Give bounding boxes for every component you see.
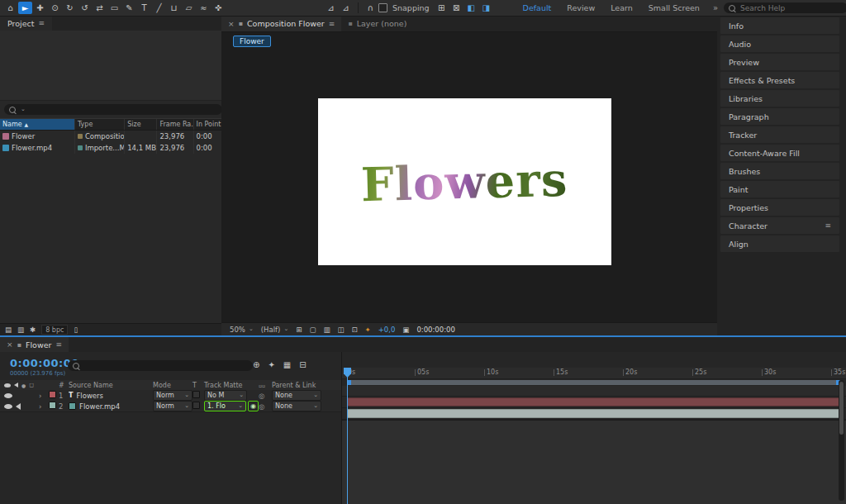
tab-layer-none[interactable]: ▪ Layer (none): [341, 16, 413, 31]
preserve-transparency-toggle[interactable]: [192, 402, 200, 409]
pan-behind-tool-button[interactable]: ⇄: [93, 2, 107, 14]
column-header-name[interactable]: Name ▲: [0, 119, 75, 130]
panel-menu-icon[interactable]: ≡: [825, 221, 831, 230]
track-matte-dropdown[interactable]: No M ⌄: [204, 390, 247, 401]
project-search-input[interactable]: [29, 105, 217, 115]
panel-item-effects-presets[interactable]: Effects & Presets: [720, 72, 839, 88]
scrollbar-thumb[interactable]: [839, 382, 844, 435]
tab-composition-flower[interactable]: × ▪ Composition Flower ≡: [221, 16, 341, 31]
parent-pickwhip-icon[interactable]: ◎: [259, 402, 272, 411]
new-folder-icon[interactable]: ▥: [17, 326, 24, 334]
workspace-review[interactable]: Review: [567, 3, 595, 12]
layer-audio-toggle[interactable]: [16, 403, 21, 410]
region-of-interest-icon[interactable]: ▢: [309, 326, 316, 334]
snap-edges-icon[interactable]: ◧: [464, 2, 478, 14]
project-row-flower-mp4[interactable]: Flower.mp4 Importe...MEX 14,1 MB 23,976 …: [0, 142, 221, 154]
layer-visibility-toggle[interactable]: [4, 404, 12, 409]
column-header-in-point[interactable]: In Point: [194, 119, 221, 130]
mask-visibility-icon[interactable]: ◫: [337, 326, 344, 334]
panel-item-content-aware-fill[interactable]: Content-Aware Fill: [720, 145, 839, 161]
column-header-source-name[interactable]: Source Name: [69, 382, 153, 389]
layer-duration-bar-flower-mp4[interactable]: [347, 409, 840, 418]
column-header-size[interactable]: Size: [125, 119, 157, 130]
time-ruler[interactable]: 0s 05s 10s 15s 20s 25s 30s 35s: [342, 368, 846, 379]
snap-features-icon[interactable]: ◨: [479, 2, 493, 14]
grid-options-icon[interactable]: ⊞: [296, 326, 302, 334]
workspace-learn[interactable]: Learn: [611, 3, 633, 12]
column-header-track-matte[interactable]: Track Matte: [204, 382, 259, 389]
panel-item-tracker[interactable]: Tracker: [720, 126, 839, 143]
layer-row-flower-mp4[interactable]: › 2 Flower.mp4 Norm ⌄ 1. Flo ⌄ ◉: [0, 401, 341, 412]
zoom-tool-button[interactable]: ⊙: [48, 2, 62, 14]
preview-timecode[interactable]: 0:00:00:00: [416, 326, 454, 334]
draft-3d-icon[interactable]: ✦: [268, 360, 274, 369]
timeline-search-input[interactable]: [83, 361, 248, 371]
parent-dropdown[interactable]: None ⌄: [272, 390, 321, 401]
snap-option-1-icon[interactable]: ⊞: [435, 2, 449, 14]
rotate-tool-button[interactable]: ↺: [78, 2, 92, 14]
orbit-tool-button[interactable]: ↻: [63, 2, 77, 14]
mini-flowchart-icon[interactable]: ⊕: [253, 360, 259, 369]
guides-icon[interactable]: ▥: [323, 326, 330, 334]
axis-mode-local-button[interactable]: ⊿: [324, 2, 338, 14]
axis-mode-world-button[interactable]: ⊿: [339, 2, 353, 14]
snap-option-2-icon[interactable]: ⊠: [449, 2, 463, 14]
layer-row-flowers[interactable]: › 1 T Flowers Norm ⌄ No M ⌄ ◎: [0, 390, 341, 402]
timeline-vertical-scrollbar[interactable]: [839, 380, 844, 501]
layer-duration-bar-flowers[interactable]: [347, 397, 840, 407]
eraser-tool-button[interactable]: ▱: [182, 2, 196, 14]
frame-blending-icon[interactable]: ▦: [283, 360, 291, 369]
resolution-dropdown[interactable]: (Half) ⌄: [261, 326, 288, 334]
search-options-caret-icon[interactable]: ⌄: [21, 107, 26, 112]
close-tab-icon[interactable]: ×: [228, 20, 235, 28]
transparency-grid-icon[interactable]: ⊡: [351, 326, 357, 334]
track-matte-dropdown-selected[interactable]: 1. Flo ⌄: [204, 401, 246, 411]
snapshot-camera-icon[interactable]: ▣: [402, 326, 409, 334]
project-bit-depth-button[interactable]: 8 bpc: [41, 325, 68, 335]
panel-menu-icon[interactable]: ≡: [329, 20, 335, 28]
selection-tool-button[interactable]: ►: [18, 2, 32, 14]
home-button[interactable]: ⌂: [3, 2, 17, 14]
panel-item-info[interactable]: Info: [720, 17, 839, 34]
column-header-type[interactable]: Type: [75, 119, 125, 130]
playhead-line[interactable]: [347, 368, 348, 504]
blend-mode-dropdown[interactable]: Norm ⌄: [153, 401, 192, 411]
composition-viewer[interactable]: Flowers: [318, 98, 611, 265]
panel-item-audio[interactable]: Audio: [720, 36, 839, 52]
column-header-parent-link[interactable]: Parent & Link: [272, 382, 326, 389]
interpret-footage-icon[interactable]: ▤: [5, 326, 12, 334]
workspace-small-screen[interactable]: Small Screen: [649, 3, 700, 12]
new-composition-icon[interactable]: ✱: [30, 326, 36, 334]
panel-item-libraries[interactable]: Libraries: [720, 90, 839, 107]
pen-tool-button[interactable]: ✎: [122, 2, 136, 14]
panel-item-align[interactable]: Align: [720, 235, 839, 252]
matte-alpha-toggle[interactable]: ◉: [248, 401, 259, 411]
blend-mode-dropdown[interactable]: Norm ⌄: [153, 390, 192, 401]
column-header-t[interactable]: T: [192, 382, 204, 389]
project-row-flower[interactable]: Flower Composition 23,976 0:00: [0, 131, 221, 142]
mask-shape-tool-button[interactable]: ▭: [107, 2, 121, 14]
work-area-bar[interactable]: [347, 380, 840, 385]
trash-icon[interactable]: ▯: [74, 326, 78, 334]
exposure-offset-value[interactable]: +0,0: [378, 326, 396, 334]
layer-visibility-toggle[interactable]: [4, 393, 12, 398]
panel-item-brushes[interactable]: Brushes: [720, 163, 839, 179]
column-header-mode[interactable]: Mode: [153, 382, 192, 389]
puppet-pin-tool-button[interactable]: ✜: [212, 2, 226, 14]
snapping-checkbox[interactable]: [378, 3, 387, 12]
panel-menu-icon[interactable]: ≡: [39, 19, 45, 27]
layer-color-swatch[interactable]: [49, 391, 56, 398]
hand-tool-button[interactable]: ✚: [33, 2, 47, 14]
motion-blur-icon[interactable]: ⊟: [299, 360, 306, 369]
panel-item-preview[interactable]: Preview: [720, 54, 839, 70]
expand-arrow-icon[interactable]: ›: [39, 402, 49, 411]
parent-pickwhip-icon[interactable]: ◎: [259, 392, 272, 400]
tab-timeline-flower[interactable]: × ▪ Flower ≡: [0, 337, 69, 352]
panel-item-properties[interactable]: Properties: [720, 199, 839, 216]
type-tool-button[interactable]: T: [137, 2, 151, 14]
preserve-transparency-toggle[interactable]: [192, 391, 200, 398]
composition-name-chip[interactable]: Flower: [233, 36, 271, 47]
roto-brush-tool-button[interactable]: ≈: [197, 2, 211, 14]
column-header-frame-rate[interactable]: Frame Ra...: [157, 119, 193, 130]
clone-stamp-tool-button[interactable]: ⊔: [167, 2, 181, 14]
